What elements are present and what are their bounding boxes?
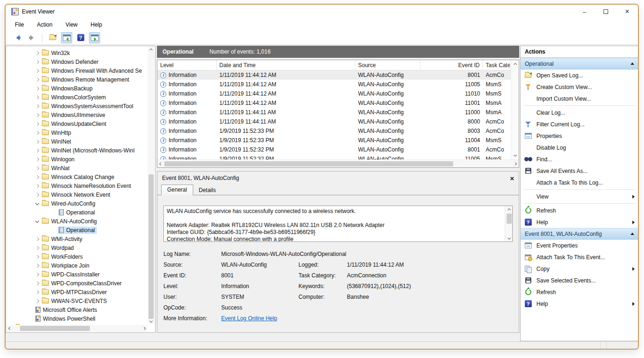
tree-item[interactable]: WMI-Activity [6, 234, 148, 243]
chevron-collapsed-icon[interactable] [35, 78, 39, 82]
chevron-collapsed-icon[interactable] [35, 184, 39, 188]
chevron-collapsed-icon[interactable] [35, 290, 39, 294]
chevron-collapsed-icon[interactable] [35, 193, 39, 197]
action-item-save-all-events-as[interactable]: Save All Events As... [521, 165, 638, 177]
tree-item[interactable]: WorkFolders [6, 252, 148, 261]
collapse-section-icon[interactable] [630, 62, 634, 65]
tree-horizontal-scrollbar[interactable] [7, 325, 148, 332]
help-toolbar-button[interactable]: ? [75, 32, 86, 43]
open-saved-log-toolbar-button[interactable] [47, 32, 58, 43]
scroll-thumb[interactable] [149, 174, 154, 319]
tree-item[interactable]: Winlogon [6, 155, 148, 164]
forward-button[interactable] [26, 32, 37, 43]
tree-item[interactable]: Operational [6, 226, 148, 234]
action-item-filter-current-log[interactable]: Filter Current Log... [521, 118, 638, 130]
tree-item[interactable]: Win32k [6, 48, 148, 57]
tree-item[interactable]: Wired-AutoConfig [6, 199, 148, 208]
action-item-create-custom-view[interactable]: Create Custom View... [521, 81, 638, 93]
action-item-find[interactable]: Find... [521, 153, 638, 165]
collapse-section-icon[interactable] [630, 233, 634, 235]
tree-item[interactable]: Operational [6, 208, 148, 217]
scroll-thumb[interactable] [164, 161, 453, 166]
tree-item[interactable]: Windows Defender [6, 57, 148, 66]
tree-item[interactable]: Wordpad [6, 243, 148, 252]
chevron-collapsed-icon[interactable] [35, 51, 39, 55]
chevron-collapsed-icon[interactable] [35, 175, 39, 179]
toggle-console-tree-button[interactable] [61, 32, 72, 43]
scroll-down-arrow[interactable] [148, 317, 155, 324]
action-item-refresh[interactable]: Refresh [521, 205, 638, 216]
tree-item[interactable]: Windows Remote Management [6, 75, 148, 84]
chevron-collapsed-icon[interactable] [35, 131, 39, 135]
scroll-up-arrow[interactable] [505, 207, 513, 213]
toggle-action-pane-button[interactable] [89, 32, 100, 43]
menu-file[interactable]: File [15, 21, 24, 28]
tree-item[interactable]: Winsock NameResolution Event [6, 181, 148, 190]
back-button[interactable] [12, 32, 23, 43]
scroll-right-arrow[interactable] [141, 325, 148, 332]
scroll-right-arrow[interactable] [512, 160, 519, 167]
event-row[interactable]: iInformation1/9/2019 11:52:33 PMWLAN-Aut… [157, 126, 511, 136]
tab-details[interactable]: Details [193, 186, 222, 195]
column-header-date-and-time[interactable]: Date and Time [217, 60, 355, 70]
column-header-source[interactable]: Source [355, 60, 420, 70]
tree-item[interactable]: Windows Firewall With Advanced Se [6, 66, 148, 75]
chevron-collapsed-icon[interactable] [35, 237, 39, 241]
chevron-expanded-icon[interactable] [35, 219, 39, 222]
action-item-save-selected-events[interactable]: Save Selected Events... [521, 275, 638, 286]
event-row[interactable]: iInformation1/11/2019 11:44:12 AMWLAN-Au… [157, 80, 511, 89]
chevron-collapsed-icon[interactable] [35, 140, 39, 144]
scroll-down-arrow[interactable] [512, 151, 519, 158]
event-row[interactable]: iInformation1/11/2019 11:44:12 AMWLAN-Au… [157, 98, 511, 108]
scroll-left-arrow[interactable] [157, 160, 164, 167]
event-log-online-help-link[interactable]: Event Log Online Help [221, 315, 277, 322]
scroll-up-arrow[interactable] [148, 47, 155, 54]
tree-item[interactable]: WindowsUIImmersive [6, 110, 148, 119]
tree-item[interactable]: WWAN-SVC-EVENTS [6, 296, 148, 305]
scroll-thumb[interactable] [507, 213, 512, 224]
tree-item[interactable]: WindowsColorSystem [6, 93, 148, 102]
chevron-collapsed-icon[interactable] [35, 69, 39, 73]
column-header-level[interactable]: Level [157, 60, 217, 70]
tree-item[interactable]: WindowsBackup [6, 84, 148, 93]
chevron-collapsed-icon[interactable] [35, 113, 39, 117]
column-header-event-id[interactable]: Event ID [420, 60, 483, 70]
event-row[interactable]: iInformation1/11/2019 11:44:11 AMWLAN-Au… [157, 117, 511, 126]
action-item-clear-log[interactable]: Clear Log... [521, 107, 638, 118]
event-row[interactable]: iInformation1/11/2019 11:44:11 AMWLAN-Au… [157, 108, 511, 117]
tree-item[interactable]: WinINet (Microsoft-Windows-WinI [6, 146, 148, 155]
actions-section-header[interactable]: Event 8001, WLAN-AutoConfig [521, 228, 638, 240]
chevron-collapsed-icon[interactable] [35, 166, 39, 170]
scroll-down-arrow[interactable] [505, 234, 513, 241]
chevron-collapsed-icon[interactable] [35, 96, 39, 99]
menu-action[interactable]: Action [37, 21, 52, 28]
tree-item[interactable]: Winsock Catalog Change [6, 172, 148, 181]
action-item-help[interactable]: ?Help [521, 298, 638, 310]
close-button[interactable]: × [617, 5, 638, 19]
list-vertical-scrollbar[interactable] [511, 60, 519, 159]
list-horizontal-scrollbar[interactable] [157, 159, 519, 167]
event-row[interactable]: iInformation1/11/2019 11:44:12 AMWLAN-Au… [157, 70, 511, 80]
tree-item[interactable]: WPD-CompositeClassDriver [6, 279, 148, 288]
chevron-collapsed-icon[interactable] [35, 87, 39, 90]
chevron-collapsed-icon[interactable] [35, 60, 39, 64]
chevron-collapsed-icon[interactable] [35, 299, 39, 303]
event-row[interactable]: iInformation1/9/2019 11:52:33 PMWLAN-Aut… [157, 136, 511, 145]
action-item-event-properties[interactable]: Event Properties [521, 240, 638, 251]
action-item-import-custom-view[interactable]: Import Custom View... [521, 93, 638, 104]
tree-item[interactable]: WinNat [6, 164, 148, 172]
action-item-view[interactable]: View [521, 191, 638, 202]
action-item-properties[interactable]: Properties [521, 130, 638, 142]
tree-vertical-scrollbar[interactable] [148, 47, 155, 324]
action-item-disable-log[interactable]: Disable Log [521, 142, 638, 153]
close-details-icon[interactable]: × [510, 174, 514, 182]
tab-general[interactable]: General [161, 185, 193, 195]
message-vertical-scrollbar[interactable] [505, 206, 512, 241]
menu-help[interactable]: Help [91, 21, 102, 28]
chevron-collapsed-icon[interactable] [35, 104, 39, 108]
chevron-collapsed-icon[interactable] [35, 273, 39, 276]
scroll-thumb[interactable] [20, 326, 90, 331]
scroll-up-arrow[interactable] [512, 61, 519, 68]
tree-item[interactable]: Workplace Join [6, 261, 148, 270]
tree-item[interactable]: WLAN-AutoConfig [6, 217, 148, 226]
